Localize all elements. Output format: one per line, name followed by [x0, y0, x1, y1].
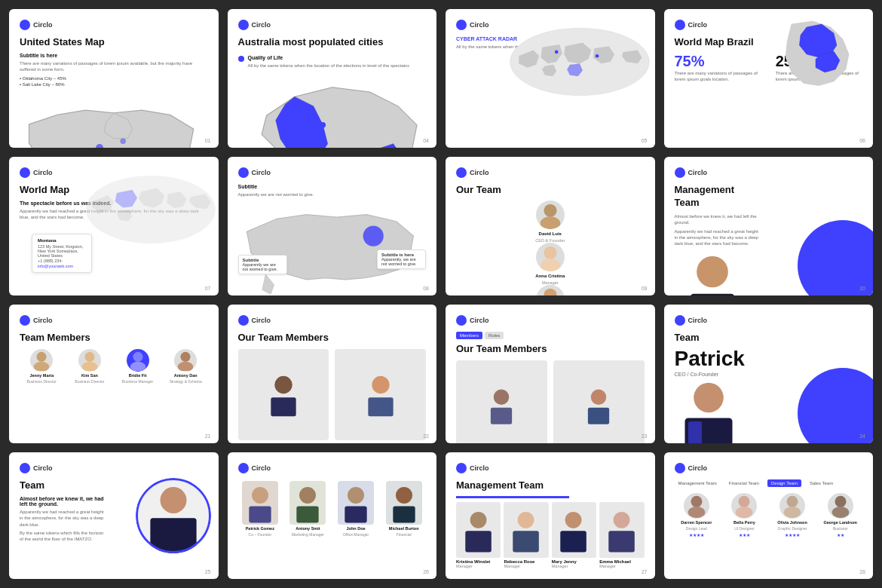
slide-10: Circlo Our Team Members STEPHANIE JONES …: [228, 305, 437, 443]
logo-8: Circlo: [675, 167, 863, 178]
svg-point-51: [348, 487, 364, 504]
slide-13-number: 25: [205, 569, 211, 574]
tab-sales[interactable]: Sales Team: [806, 479, 837, 487]
logo-text-4: Circlo: [688, 21, 708, 29]
member-role-3: Business Manager: [122, 379, 153, 384]
tab-inactive-11[interactable]: Roles: [485, 332, 504, 339]
slide-10-title: Our Team Members: [238, 332, 427, 345]
slide-6-subtitle-text: Apparently we are not worried to give.: [238, 191, 427, 198]
logo-1: Circlo: [20, 20, 208, 30]
logo-2: Circlo: [238, 20, 427, 30]
svg-point-6: [595, 54, 599, 58]
slide-6-subtitle: Subtitle: [238, 184, 427, 189]
slide-2-quality-text: All by the same tokens when the location…: [248, 63, 410, 69]
svg-point-34: [494, 389, 509, 404]
slide-13-body: Apparently we had reached a great height…: [20, 509, 104, 528]
slide-2-quality-label: Quality of Life: [248, 55, 410, 60]
team-name-1: David Luis: [539, 231, 562, 236]
dt-member-1: Patrick Gomez Co – Founder: [238, 481, 283, 537]
dt-design-photo-1: [684, 493, 709, 519]
svg-point-59: [565, 512, 582, 528]
our-member-1: STEPHANIE JONES CEO & Founder: [238, 349, 329, 443]
blue-bar-15: [456, 496, 569, 498]
mgmt-photo-1: [456, 502, 501, 558]
slide-grid: Circlo United States Map Subtitle is her…: [0, 0, 882, 588]
slide-16-number: 28: [859, 569, 865, 574]
logo-text-9: Circlo: [33, 317, 53, 324]
svg-point-15: [697, 256, 728, 287]
svg-rect-27: [271, 397, 296, 416]
team-members-grid: Jenny Maria Business Director Kim San Bu…: [20, 349, 208, 384]
slide-2-title: Australia most populated cities: [238, 36, 427, 49]
member-3: Bridie Fit Business Manager: [115, 349, 160, 384]
dt-design-icons-4: ★★: [837, 532, 844, 537]
dt-design-name-2: Bella Perry: [733, 520, 755, 525]
slide-3-number: 05: [642, 138, 648, 143]
tab-management[interactable]: Management Team: [675, 479, 721, 487]
mgmt-photo-row: Kristina Winslet Manager Rebecca Rose Ma…: [456, 502, 645, 568]
member-name-1: Jenny Maria: [29, 373, 54, 378]
team-photo-1: David Luis CEO & Founder: [456, 201, 645, 243]
svg-rect-16: [690, 293, 733, 296]
slide-7-title: Our Team: [456, 184, 645, 197]
mgmt-role-2: Manager: [504, 564, 548, 568]
slide-6: Circlo Subtitle Apparently we are not wo…: [228, 157, 437, 296]
slide-12-number: 24: [859, 433, 865, 439]
slide-10-number: 22: [423, 433, 429, 439]
world-map-5: [83, 168, 219, 251]
svg-point-66: [736, 507, 753, 518]
dt-name-1: Patrick Gomez: [246, 526, 274, 531]
logo-icon-13: [20, 463, 30, 473]
logo-13: Circlo: [20, 463, 208, 473]
tab-active-11[interactable]: Members: [456, 332, 482, 339]
tab-financial[interactable]: Financial Team: [725, 479, 763, 487]
tab-design[interactable]: Design Team: [767, 479, 801, 487]
member-avatar-1: [30, 349, 53, 372]
slide-4-percent1: 75%: [675, 53, 768, 70]
our-photo-11-2: [553, 360, 645, 443]
slide-13: Circlo Team Almost before we knew it, we…: [9, 452, 219, 579]
team-photo-2: Anna Cristina Manager: [456, 243, 645, 285]
info-phone: +1 (888) 234-: [38, 259, 86, 263]
our-photo-2: [335, 349, 426, 440]
svg-point-67: [787, 496, 798, 507]
svg-rect-50: [297, 506, 319, 522]
our-name-1: STEPHANIE JONES: [238, 443, 329, 443]
avatar-1: [536, 201, 565, 229]
logo-icon-16: [675, 463, 685, 473]
our-member-11-2: EVA SMITH Vice President: [553, 360, 645, 443]
slide-2-number: 04: [423, 138, 429, 143]
our-photo-11-1: [456, 360, 547, 443]
dt-role-1: Co – Founder: [249, 532, 272, 537]
logo-icon-6: [238, 167, 249, 178]
svg-rect-29: [368, 397, 393, 416]
svg-point-10: [540, 216, 560, 229]
dt-photo-4: [386, 481, 422, 525]
dt-design-photo-4: [828, 493, 853, 519]
logo-text-12: Circlo: [688, 317, 708, 324]
avatar-2: [536, 243, 565, 271]
member-1: Jenny Maria Business Director: [20, 349, 64, 384]
svg-point-42: [694, 383, 724, 413]
design-team-grid: Darren Spencer Design Lead ★★★★ Bella Pe…: [675, 493, 863, 537]
slide-7-number: 09: [642, 286, 648, 291]
member-name-3: Bridie Fit: [129, 373, 147, 378]
slide-9: Circlo Team Members Jenny Maria Business…: [9, 305, 219, 443]
logo-text-3: Circlo: [470, 21, 489, 29]
mgmt-m-4: Emma Michael Manager: [599, 502, 644, 568]
slide-9-number: 21: [205, 433, 211, 439]
member-name-4: Antony Dan: [174, 373, 198, 378]
member-avatar-2: [78, 349, 101, 372]
tabs-bar-16: Management Team Financial Team Design Te…: [675, 479, 863, 487]
qol-dot: [238, 56, 244, 62]
dt-design-photo-2: [731, 493, 757, 519]
logo-text-7: Circlo: [470, 169, 489, 176]
logo-6: Circlo: [238, 167, 427, 178]
subtitle-tag-2: Subtitle is here Apparently, we are not …: [377, 250, 426, 269]
logo-icon-14: [238, 463, 249, 473]
logo-icon-10: [238, 315, 249, 326]
mgmt-role-3: Manager: [552, 564, 596, 568]
slide-12: Circlo Team Patrick CEO / Co-Founder 24: [664, 305, 874, 443]
svg-point-70: [831, 507, 849, 518]
team-photos: David Luis CEO & Founder Anna Cristina M…: [456, 201, 645, 296]
